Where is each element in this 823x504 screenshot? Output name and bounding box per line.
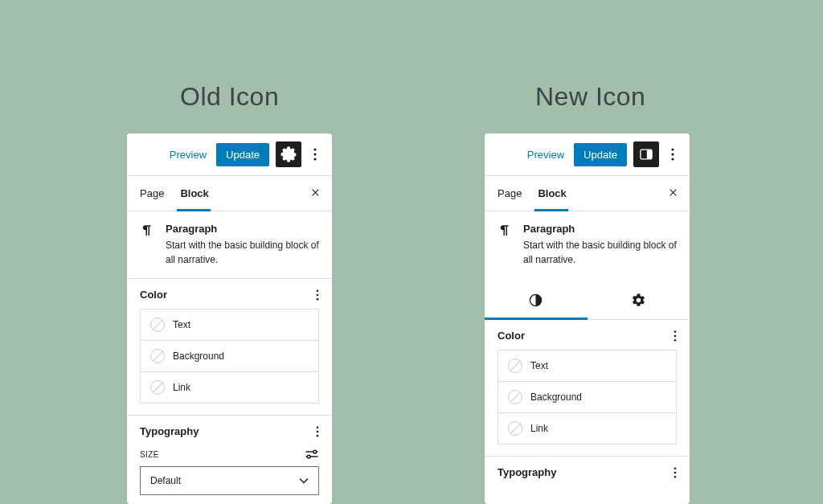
chevron-down-icon — [299, 477, 309, 484]
color-section-header: Color — [485, 320, 690, 350]
color-item-background[interactable]: Background — [140, 340, 319, 372]
svg-point-3 — [317, 289, 319, 292]
close-sidebar-button[interactable] — [668, 187, 678, 198]
size-dropdown-value: Default — [150, 475, 181, 486]
tab-page[interactable]: Page — [497, 176, 530, 211]
svg-point-16 — [671, 153, 674, 155]
kebab-icon — [316, 426, 319, 437]
svg-point-20 — [674, 334, 677, 337]
size-subheader: SIZE — [127, 445, 332, 466]
swatch-empty-icon — [150, 380, 165, 395]
color-section-header: Color — [127, 279, 332, 309]
block-description: Start with the basic building block of a… — [166, 238, 319, 267]
kebab-icon — [671, 148, 674, 161]
swatch-empty-icon — [150, 318, 165, 332]
svg-point-12 — [307, 455, 310, 458]
svg-point-23 — [674, 471, 677, 473]
settings-button[interactable] — [276, 141, 301, 167]
typography-section-header: Typography — [127, 416, 332, 445]
update-button[interactable]: Update — [216, 143, 269, 166]
color-item-label: Text — [530, 360, 548, 371]
half-circle-icon — [528, 293, 543, 308]
toolbar: Preview Update — [127, 133, 332, 176]
color-items: Text Background Link — [485, 350, 690, 456]
custom-size-button[interactable] — [305, 449, 319, 460]
svg-point-2 — [313, 158, 316, 160]
kebab-icon — [313, 148, 317, 161]
color-options-button[interactable] — [674, 330, 677, 342]
typography-section-title: Typography — [497, 466, 556, 478]
old-settings-panel: Preview Update Page Block Paragraph Star… — [127, 133, 332, 504]
svg-point-24 — [674, 475, 677, 477]
typography-options-button[interactable] — [674, 467, 677, 478]
size-label: SIZE — [140, 450, 159, 459]
new-settings-panel: Preview Update Page Block Paragraph Star… — [485, 133, 690, 504]
color-options-button[interactable] — [316, 289, 319, 301]
sidebar-tabs: Page Block — [127, 176, 332, 211]
size-dropdown[interactable]: Default — [140, 466, 319, 495]
svg-point-15 — [671, 148, 674, 150]
svg-point-17 — [671, 158, 674, 160]
swatch-empty-icon — [508, 359, 522, 373]
more-options-button[interactable] — [308, 141, 322, 167]
subtab-styles[interactable] — [485, 285, 588, 319]
swatch-empty-icon — [150, 349, 165, 363]
svg-point-8 — [317, 434, 319, 436]
svg-point-1 — [313, 153, 316, 155]
tab-page[interactable]: Page — [140, 176, 172, 211]
color-section-title: Color — [140, 289, 167, 301]
typography-section-header: Typography — [485, 457, 690, 486]
tab-block[interactable]: Block — [180, 176, 216, 211]
preview-button[interactable]: Preview — [524, 144, 567, 166]
color-section-title: Color — [497, 330, 525, 342]
color-item-label: Background — [530, 391, 582, 403]
swatch-empty-icon — [508, 421, 522, 436]
typography-options-button[interactable] — [316, 426, 319, 437]
close-sidebar-button[interactable] — [310, 187, 321, 198]
preview-button[interactable]: Preview — [166, 144, 210, 166]
swatch-empty-icon — [508, 390, 522, 404]
close-icon — [668, 187, 678, 198]
kebab-icon — [674, 330, 677, 342]
svg-point-6 — [317, 426, 319, 428]
block-description: Start with the basic building block of a… — [523, 238, 677, 267]
typography-section-title: Typography — [140, 425, 199, 437]
close-icon — [310, 187, 321, 198]
color-item-link[interactable]: Link — [140, 371, 319, 404]
more-options-button[interactable] — [665, 141, 680, 167]
block-info: Paragraph Start with the basic building … — [485, 211, 690, 278]
svg-point-5 — [317, 297, 319, 300]
color-item-label: Text — [173, 319, 190, 330]
color-item-text[interactable]: Text — [497, 350, 677, 382]
block-subtabs — [485, 278, 690, 320]
block-title: Paragraph — [166, 223, 319, 235]
svg-point-7 — [317, 430, 319, 432]
color-item-label: Link — [173, 382, 190, 393]
svg-point-19 — [674, 330, 677, 333]
color-item-background[interactable]: Background — [497, 381, 677, 413]
block-title: Paragraph — [523, 223, 677, 235]
color-items: Text Background Link — [127, 309, 332, 415]
tab-block[interactable]: Block — [538, 176, 574, 211]
kebab-icon — [316, 289, 319, 301]
svg-point-21 — [674, 338, 677, 341]
heading-new-icon: New Icon — [535, 82, 645, 112]
settings-button[interactable] — [633, 141, 659, 167]
block-info: Paragraph Start with the basic building … — [127, 211, 332, 279]
update-button[interactable]: Update — [574, 143, 627, 166]
svg-rect-14 — [647, 150, 652, 159]
subtab-settings[interactable] — [588, 285, 690, 319]
color-item-text[interactable]: Text — [140, 309, 319, 341]
svg-point-0 — [313, 148, 316, 150]
kebab-icon — [674, 467, 677, 478]
color-item-label: Link — [530, 423, 548, 434]
gear-icon — [631, 293, 646, 308]
svg-point-22 — [674, 467, 677, 469]
color-item-label: Background — [173, 350, 224, 362]
toolbar: Preview Update — [485, 133, 690, 176]
sidebar-panel-icon — [638, 146, 654, 162]
svg-point-4 — [317, 293, 319, 296]
sliders-icon — [305, 449, 319, 460]
gear-icon — [280, 146, 297, 162]
color-item-link[interactable]: Link — [497, 412, 677, 445]
